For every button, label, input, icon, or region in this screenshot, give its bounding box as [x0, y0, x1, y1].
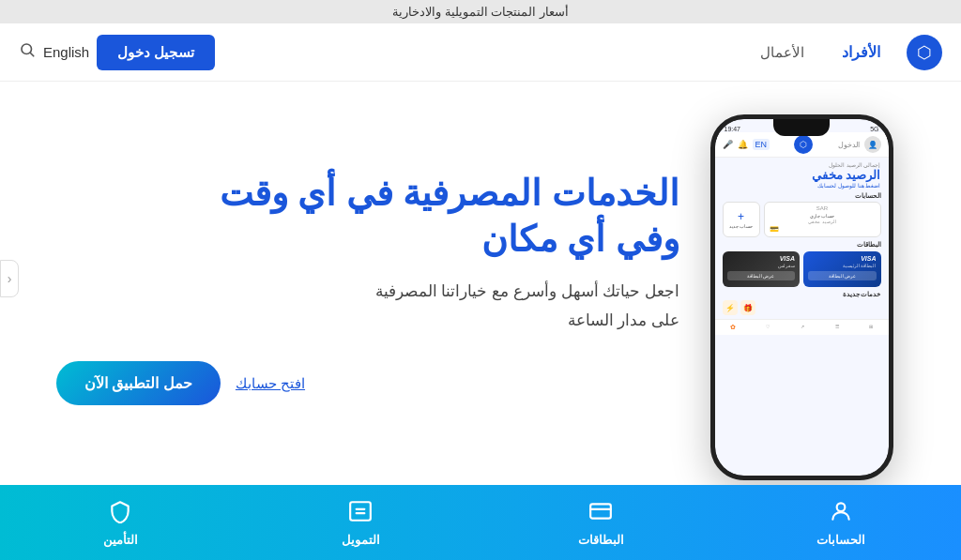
phone-card1-btn: عرض البطاقة [808, 271, 877, 280]
phone-balance-subtitle: اضغط هنا للوصول لحسابك [723, 182, 881, 189]
bottom-nav-tamin[interactable]: التأمين [0, 499, 240, 547]
phone-service-2: ⚡ [723, 300, 738, 315]
phone-card-icon: 💳 [770, 225, 876, 234]
phone-sar-label: SAR [770, 205, 876, 211]
phone-cards-title: البطاقات [723, 241, 881, 249]
language-switcher[interactable]: English [43, 44, 89, 60]
navbar-left: تسجيل دخول English [19, 35, 215, 70]
phone-nav: 👤 الدخول ⬡ EN 🔔 🎤 [715, 132, 889, 158]
svg-point-2 [837, 503, 846, 511]
phone-mic-icon: 🎤 [723, 140, 733, 149]
hero-subtitle: اجعل حياتك أسهل وأسرع مع خياراتنا المصرف… [56, 278, 679, 335]
phone-avatar: 👤 [864, 136, 881, 153]
announcement-bar: أسعار المنتجات التمويلية والادخارية [0, 0, 961, 23]
phone-add-account: + حساب جديد [723, 202, 760, 237]
phone-card2-name: سفرلس [727, 263, 796, 268]
hesabat-label: الحسابات [816, 533, 865, 547]
svg-rect-3 [590, 504, 611, 518]
svg-rect-5 [350, 502, 371, 521]
phone-lang-badge: EN [753, 139, 770, 150]
phone-bottom-nav: ⊞ ☰ ↗ ♡ ✿ [715, 319, 889, 335]
navbar: ⬡ الأفراد الأعمال تسجيل دخول English [0, 23, 961, 82]
navbar-right: ⬡ الأفراد الأعمال [749, 35, 942, 70]
phone-screen: 19:47 5G 👤 الدخول ⬡ EN 🔔 🎤 [715, 119, 889, 476]
phone-bottom-3: ↗ [801, 324, 804, 331]
hero-subtitle-line1: اجعل حياتك أسهل وأسرع مع خياراتنا المصرف… [56, 278, 679, 307]
btaqat-label: البطاقات [578, 533, 624, 547]
phone-content: إجمالي الرصيد الحلول الرصيد مخفي اضغط هن… [715, 158, 889, 319]
hesabat-icon [829, 499, 853, 529]
open-account-link[interactable]: افتح حسابك [236, 375, 305, 392]
tamin-label: التأمين [103, 533, 138, 547]
tab-alafrad[interactable]: الأفراد [831, 36, 892, 68]
login-button[interactable]: تسجيل دخول [97, 35, 215, 70]
phone-nav-login: الدخول [838, 141, 860, 149]
phone-bottom-2: ☰ [835, 324, 839, 331]
phone-card2-btn: عرض البطاقة [727, 271, 796, 280]
phone-card-main: VISA البطاقة الرئيسية عرض البطاقة [803, 251, 881, 287]
phone-card1-name: البطاقة الرئيسية [808, 263, 877, 268]
hero-cta-row: افتح حسابك حمل التطبيق الآن [56, 361, 679, 405]
phone-balance-title: الرصيد مخفي [723, 168, 881, 182]
tamweel-icon [348, 499, 373, 529]
phone-balance-label: إجمالي الرصيد الحلول [723, 161, 881, 168]
phone-account-balance: الرصيد مخفي [770, 219, 876, 224]
download-button[interactable]: حمل التطبيق الآن [56, 361, 221, 405]
hero-text: الخدمات المصرفية في أي وقت وفي أي مكان ا… [56, 161, 698, 406]
phone-card-safar: VISA سفرلس عرض البطاقة [723, 251, 801, 287]
bottom-nav-hesabat[interactable]: الحسابات [721, 499, 961, 547]
hero-title-line2: وفي أي مكان [56, 217, 679, 263]
phone-service-1: 🎁 [740, 300, 755, 315]
bottom-nav: الحسابات البطاقات التمويل التأمين [0, 485, 961, 560]
phone-account-card: SAR حساب جاري الرصيد مخفي 💳 [764, 202, 881, 237]
hero-title-line1: الخدمات المصرفية في أي وقت [56, 171, 679, 217]
phone-bottom-5: ✿ [730, 324, 736, 331]
hero-title: الخدمات المصرفية في أي وقت وفي أي مكان [56, 171, 679, 264]
phone-bottom-1: ⊞ [869, 324, 873, 331]
tamweel-label: التمويل [342, 533, 380, 547]
tamin-icon [108, 499, 132, 529]
tab-alamal[interactable]: الأعمال [749, 37, 816, 68]
phone-new-services-title: خدمات جديدة [723, 291, 881, 298]
hero-section: ‹ 19:47 5G 👤 الدخول ⬡ EN [0, 82, 961, 476]
phone-cards-row: VISA البطاقة الرئيسية عرض البطاقة VISA س… [723, 251, 881, 287]
phone-nav-icons: 👤 الدخول [838, 136, 881, 153]
search-icon[interactable] [19, 41, 36, 63]
left-arrow[interactable]: ‹ [0, 260, 19, 297]
phone-visa-1: VISA [808, 255, 877, 262]
logo-area: ⬡ [907, 35, 942, 70]
bottom-nav-btaqat[interactable]: البطاقات [480, 499, 721, 547]
announcement-text: أسعار المنتجات التمويلية والادخارية [392, 5, 569, 19]
phone-accounts-title: الحسابات [723, 192, 881, 200]
phone-nav-right-icons: EN 🔔 🎤 [723, 139, 770, 150]
phone-mockup-container: 19:47 5G 👤 الدخول ⬡ EN 🔔 🎤 [698, 86, 905, 480]
phone-bell-icon: 🔔 [738, 140, 748, 149]
logo-icon: ⬡ [907, 35, 942, 70]
phone-time: 19:47 [725, 126, 741, 132]
phone-service-icons: 🎁 ⚡ [723, 300, 881, 315]
phone-nav-logo: ⬡ [794, 135, 813, 154]
hero-subtitle-line2: على مدار الساعة [56, 307, 679, 336]
phone-notch [773, 119, 830, 136]
phone-visa-2: VISA [727, 255, 796, 262]
svg-line-1 [30, 53, 33, 55]
phone-accounts-row: SAR حساب جاري الرصيد مخفي 💳 + حساب جديد [723, 202, 881, 237]
btaqat-icon [588, 499, 613, 529]
phone-bottom-4: ♡ [766, 324, 770, 331]
phone-signal: 5G [870, 126, 878, 132]
phone-mockup: 19:47 5G 👤 الدخول ⬡ EN 🔔 🎤 [710, 114, 893, 480]
bottom-nav-tamweel[interactable]: التمويل [240, 499, 480, 547]
